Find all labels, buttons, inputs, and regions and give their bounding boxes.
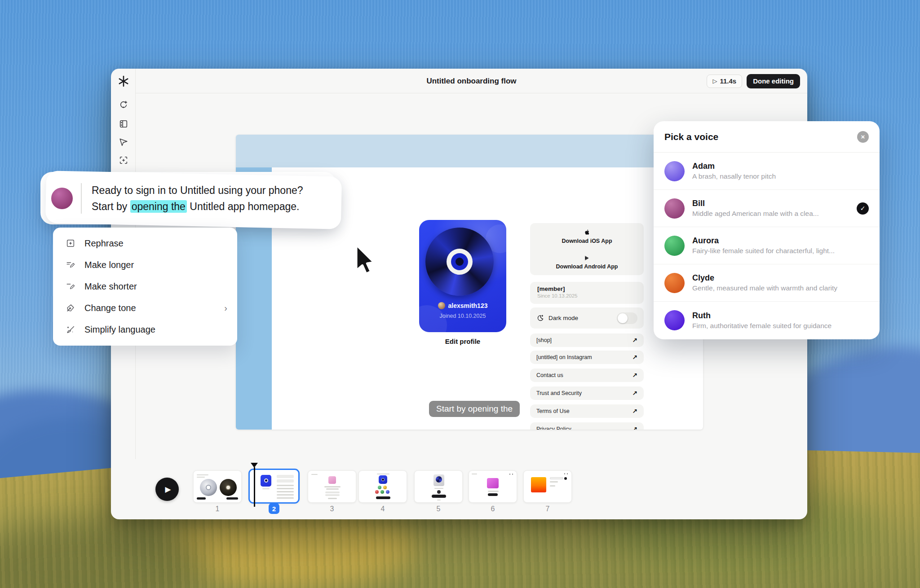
member-label: [member] [537, 285, 637, 292]
app-logo-asterisk-icon [111, 69, 136, 93]
menu-item-make-longer[interactable]: Make longer [53, 254, 237, 276]
cd-disc [425, 228, 494, 296]
topbar: Untitled onboarding flow ▷ 11.4s Done ed… [136, 69, 807, 93]
voiceover-text-card: Ready to sign in to Untitled using your … [40, 172, 336, 224]
slide-thumbnail-3[interactable] [308, 470, 356, 503]
slide-thumbnail-4[interactable] [358, 470, 407, 503]
preview-duration-button[interactable]: ▷ 11.4s [707, 75, 742, 88]
external-link-icon: ↗ [632, 408, 637, 415]
joined-date: Joined 10.10.2025 [419, 313, 506, 319]
slide-thumbnail-2-selected[interactable] [248, 469, 300, 504]
download-ios-button[interactable]: Download iOS App [530, 223, 644, 249]
play-outline-icon: ▷ [712, 78, 717, 84]
download-android-button[interactable]: Download Android App [530, 249, 644, 275]
subtitle-caption: Start by opening the [429, 401, 520, 417]
profile-card: alexsmith123 Joined 10.10.2025 [419, 220, 506, 332]
mouse-cursor [352, 243, 378, 284]
pointer-tool-icon[interactable] [115, 133, 133, 151]
slide-number-7: 7 [523, 505, 572, 513]
slide-number-2-selected: 2 [269, 503, 279, 514]
dark-mode-label: Dark mode [548, 315, 578, 321]
android-play-icon [584, 255, 590, 261]
menu-item-rephrase[interactable]: Rephrase [53, 233, 237, 254]
slide-number-5: 5 [414, 505, 463, 513]
voice-panel-title: Pick a voice [664, 132, 718, 142]
link-instagram[interactable]: [untitled] on Instagram ↗ [530, 351, 644, 364]
duration-label: 11.4s [720, 77, 736, 85]
regenerate-voice-tool-icon[interactable] [115, 96, 133, 114]
member-since: Since 10.13.2025 [537, 293, 637, 298]
voice-avatar-bill [664, 198, 685, 219]
menu-item-simplify-language[interactable]: Simplify language [53, 319, 237, 340]
link-terms[interactable]: Terms of Use ↗ [530, 404, 644, 418]
voice-option-ruth[interactable]: Ruth Firm, authoritative female suited f… [654, 302, 880, 339]
voice-option-bill-selected[interactable]: Bill Middle aged American male with a cl… [654, 190, 880, 227]
menu-item-make-shorter[interactable]: Make shorter [53, 276, 237, 297]
voice-option-adam[interactable]: Adam A brash, nasally tenor pitch [654, 153, 880, 190]
focus-crop-tool-icon[interactable] [115, 151, 133, 169]
ai-rewrite-menu: Rephrase Make longer Make shorter Change… [53, 228, 237, 346]
moon-icon [536, 314, 544, 322]
edit-profile-button[interactable]: Edit profile [419, 338, 506, 345]
dark-mode-row: Dark mode [530, 307, 644, 329]
external-link-icon: ↗ [632, 426, 637, 430]
slide-thumbnail-5[interactable] [414, 470, 463, 503]
external-link-icon: ↗ [632, 354, 637, 361]
make-longer-icon [66, 260, 75, 270]
voiceover-text[interactable]: Ready to sign in to Untitled using your … [92, 182, 303, 215]
voice-avatar-adam [664, 161, 685, 181]
voice-avatar-bill[interactable] [51, 188, 73, 209]
username: alexsmith123 [448, 302, 488, 309]
submenu-chevron-icon: › [224, 303, 227, 313]
slide-number-1: 1 [193, 505, 242, 513]
slide-number-3: 3 [308, 505, 356, 513]
voice-option-aurora[interactable]: Aurora Fairy-like female suited for char… [654, 227, 880, 264]
close-icon[interactable]: × [857, 131, 869, 143]
done-editing-button[interactable]: Done editing [747, 74, 800, 88]
link-trust-security[interactable]: Trust and Security ↗ [530, 386, 644, 400]
external-link-icon: ↗ [632, 372, 637, 379]
dark-mode-toggle[interactable] [617, 312, 637, 324]
divider [81, 183, 82, 214]
simplify-icon [66, 325, 75, 334]
highlighted-phrase: opening the [130, 200, 187, 213]
menu-item-change-tone[interactable]: Change tone › [53, 297, 237, 319]
member-card: [member] Since 10.13.2025 [530, 282, 644, 304]
slide-number-4: 4 [358, 505, 407, 513]
avatar [438, 302, 445, 309]
play-button[interactable]: ▶ [155, 478, 179, 501]
voice-avatar-clyde [664, 273, 685, 293]
link-privacy[interactable]: Privacy Policy ↗ [530, 422, 644, 430]
external-link-icon: ↗ [632, 390, 637, 397]
panel-layout-tool-icon[interactable] [115, 115, 133, 133]
page-hero-band [236, 135, 703, 167]
pick-a-voice-panel: Pick a voice × Adam A brash, nasally ten… [654, 121, 880, 339]
rephrase-icon [66, 238, 75, 248]
slide-thumbnail-7[interactable] [523, 470, 572, 503]
selected-check-icon: ✓ [857, 202, 869, 215]
playhead-line[interactable] [254, 467, 255, 507]
downloads-card: Download iOS App Download Android App [530, 223, 644, 275]
slide-thumbnail-1[interactable] [193, 470, 242, 503]
link-contact-us[interactable]: Contact us ↗ [530, 369, 644, 382]
slide-thumbnail-6[interactable] [469, 470, 517, 503]
slide-number-6: 6 [469, 505, 517, 513]
external-link-icon: ↗ [632, 337, 637, 344]
voice-option-clyde[interactable]: Clyde Gentle, measured male with warmth … [654, 264, 880, 302]
voice-avatar-ruth [664, 310, 685, 330]
link-shop[interactable]: [shop] ↗ [530, 333, 644, 347]
make-shorter-icon [66, 281, 75, 291]
voice-avatar-aurora [664, 236, 685, 256]
apple-icon [584, 228, 590, 236]
pen-nib-icon [66, 303, 75, 313]
